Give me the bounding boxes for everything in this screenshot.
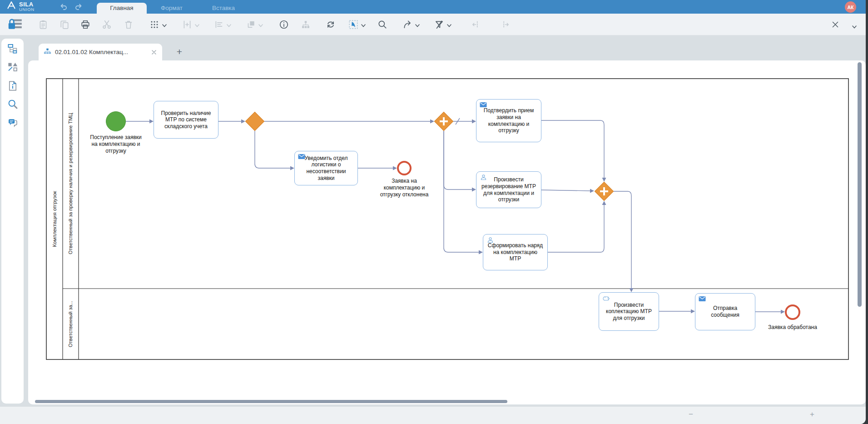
parallel-gateway-plus-icon [600, 187, 608, 195]
chevron-down-icon[interactable] [414, 22, 420, 28]
task-label: Произвести резервирование МТР для компле… [480, 176, 537, 203]
undo-icon[interactable] [59, 2, 68, 11]
shapes-icon[interactable] [7, 61, 18, 72]
collapse-left-icon [470, 19, 482, 30]
diagram-canvas[interactable]: Комплектация отгрузокОтветственный за пр… [28, 60, 866, 404]
model-tree-icon[interactable] [7, 43, 18, 54]
comments-icon[interactable] [7, 117, 18, 128]
flow-gateway2-to-order[interactable] [444, 131, 480, 252]
main-toolbar [0, 14, 866, 35]
chevron-down-icon [226, 22, 231, 28]
task-label: Проверить наличие МТР по системе складск… [158, 110, 214, 130]
flow-confirm-to-gateway3[interactable] [541, 120, 604, 179]
lane-title-1[interactable]: Ответственный за проверку наличия и резе… [63, 79, 79, 289]
chevron-down-icon[interactable] [446, 22, 451, 28]
lock-layout-icon[interactable] [7, 18, 23, 30]
brand-subname: UNION [19, 7, 35, 12]
align-icon [213, 19, 225, 30]
task-reserve-mtr[interactable]: Произвести резервирование МТР для компле… [476, 171, 541, 208]
toolbar-close-icon[interactable] [829, 19, 841, 30]
task-check-mtr-availability[interactable]: Проверить наличие МТР по системе складск… [154, 101, 218, 139]
document-tab-title: 02.01.01.02 Комплектац... [55, 49, 147, 55]
refresh-icon[interactable] [325, 19, 337, 30]
left-sidebar [1, 39, 24, 404]
task-label: Отправка сообщения [699, 305, 751, 318]
task-pick-mtr[interactable]: Произвести коплектацию МТР для отгрузки [599, 292, 659, 331]
start-event-request-received-label: Поступление заявки на комплектацию и отг… [87, 134, 145, 155]
chevron-down-icon [194, 22, 199, 28]
chevron-down-icon[interactable] [161, 22, 167, 28]
task-label: Подтвердить прием заявки на комплектацию… [480, 107, 537, 134]
start-event-request-received[interactable] [106, 111, 126, 131]
vertical-scrollbar[interactable] [858, 62, 862, 307]
flow-gateway3-to-pick[interactable] [614, 191, 631, 289]
ribbon-tab-home[interactable]: Главная [97, 3, 147, 14]
chevron-down-icon[interactable] [848, 21, 860, 33]
user-icon [486, 237, 494, 243]
paste-icon [37, 19, 49, 30]
horizontal-scrollbar[interactable] [35, 400, 507, 403]
task-label: Произвести коплектацию МТР для отгрузки [603, 302, 655, 322]
select-area-icon[interactable] [347, 19, 359, 30]
zoom-in-button[interactable]: + [810, 410, 814, 419]
end-event-request-rejected-label: Заявка на комплектацию и отгрузку отклон… [377, 178, 432, 198]
flow-gateway1-to-notify[interactable] [255, 131, 292, 168]
app-window: SILA UNION Главная Формат Вставка АК [0, 0, 866, 424]
sila-union-logo-icon [5, 0, 17, 12]
end-event-request-rejected[interactable] [397, 161, 412, 175]
message-icon [699, 296, 706, 302]
copy-icon [59, 19, 70, 30]
user-icon [480, 174, 487, 180]
chevron-down-icon[interactable] [360, 22, 366, 28]
new-tab-button[interactable]: + [174, 46, 184, 57]
brand-name: SILA [19, 1, 35, 7]
search-icon[interactable] [377, 19, 388, 30]
zoom-out-button[interactable]: − [689, 410, 693, 419]
end-event-request-processed[interactable] [785, 304, 800, 320]
status-bar: − + 95% [0, 407, 866, 424]
top-bar: SILA UNION Главная Формат Вставка АК [0, 0, 866, 14]
task-label: Уведомить отдел логистики о несоответств… [298, 155, 354, 182]
task-label: Сформировать наряд на комплектацию МТР [487, 242, 544, 262]
task-create-picking-order[interactable]: Сформировать наряд на комплектацию МТР [483, 234, 548, 270]
brand-logo: SILA UNION [5, 0, 35, 12]
hierarchy-icon [300, 19, 312, 30]
flow-gateway2-to-reserve[interactable] [444, 131, 473, 190]
document-info-icon[interactable] [7, 80, 18, 91]
manual-icon [602, 295, 610, 301]
lane-title-2[interactable]: Ответственный за... [63, 289, 79, 359]
arrange-icon [245, 19, 257, 30]
ribbon-tab-format[interactable]: Формат [151, 3, 193, 14]
parallel-gateway-plus-icon [440, 117, 448, 125]
ribbon-tab-insert[interactable]: Вставка [202, 3, 245, 14]
flow-order-to-gateway3[interactable] [548, 204, 604, 252]
grid-icon[interactable] [149, 19, 160, 30]
spacing-icon [181, 19, 193, 30]
message-icon [298, 154, 305, 160]
delete-icon [123, 19, 134, 30]
document-tab[interactable]: 02.01.01.02 Комплектац... [39, 44, 162, 60]
chevron-down-icon [258, 22, 263, 28]
collapse-right-icon [499, 19, 511, 30]
end-event-request-processed-label: Заявка обработана [756, 324, 829, 331]
print-icon[interactable] [79, 19, 91, 30]
model-tab-icon [44, 48, 51, 57]
tab-close-icon[interactable] [151, 49, 157, 55]
pool-title[interactable]: Комплектация отгрузок [46, 79, 63, 359]
task-confirm-request[interactable]: Подтвердить прием заявки на комплектацию… [476, 99, 541, 142]
flow-reserve-to-gateway3[interactable] [541, 190, 591, 191]
info-icon[interactable] [278, 19, 290, 30]
cut-icon [101, 19, 113, 30]
user-avatar[interactable]: АК [845, 1, 856, 13]
task-send-message[interactable]: Отправка сообщения [695, 293, 755, 330]
redo-icon[interactable] [74, 2, 83, 11]
task-notify-logistics[interactable]: Уведомить отдел логистики о несоответств… [294, 151, 358, 185]
message-icon [480, 102, 487, 108]
search-icon[interactable] [7, 99, 18, 110]
jump-icon[interactable] [402, 19, 413, 30]
filter-icon[interactable] [433, 19, 445, 30]
